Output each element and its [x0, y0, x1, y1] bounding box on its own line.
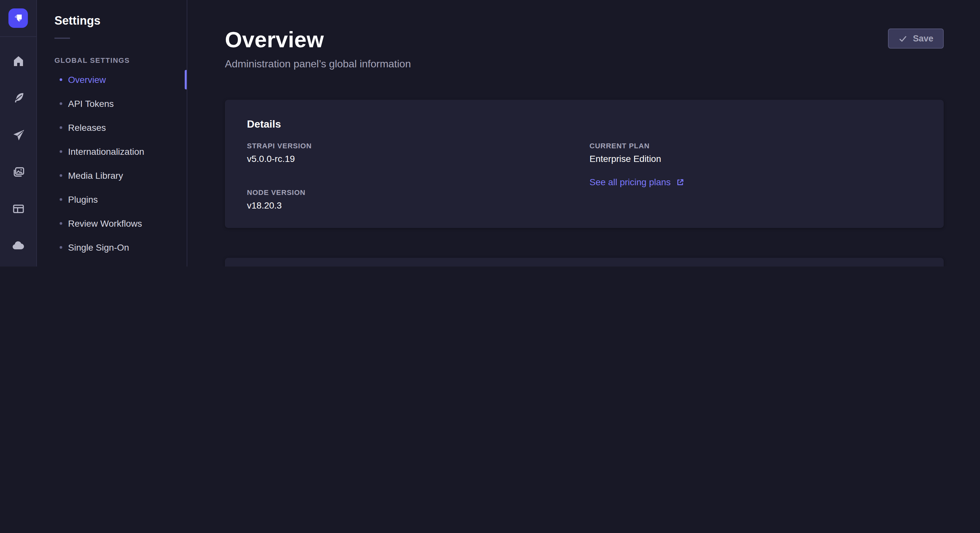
settings-subnav: Settings GLOBAL SETTINGSOverviewAPI Toke…	[37, 0, 187, 266]
subnav-title: Settings	[37, 14, 187, 28]
check-icon	[899, 34, 908, 43]
strapi-brand-button[interactable]	[8, 8, 28, 28]
settings-section-label: GLOBAL SETTINGS	[54, 56, 187, 64]
settings-nav-item-label: Overview	[68, 74, 106, 84]
settings-nav-sections: GLOBAL SETTINGSOverviewAPI TokensRelease…	[37, 56, 187, 266]
current-plan-value: Enterprise Edition	[590, 154, 922, 164]
settings-nav-item-label: Transfer Tokens	[68, 266, 132, 266]
strapi-version-label: STRAPI VERSION	[247, 142, 579, 150]
paper-plane-icon[interactable]	[6, 123, 30, 146]
bullet-icon	[60, 126, 62, 128]
settings-nav-item-label: Releases	[68, 122, 106, 132]
details-card: Details STRAPI VERSION v5.0.0-rc.19 NODE…	[225, 100, 944, 228]
subnav-divider	[54, 38, 70, 39]
strapi-logo-icon	[12, 12, 25, 25]
settings-nav-item[interactable]: Transfer Tokens	[37, 259, 187, 266]
settings-nav-item-label: Plugins	[68, 194, 98, 204]
home-icon[interactable]	[6, 49, 30, 73]
bullet-icon	[60, 246, 62, 248]
pictures-icon[interactable]	[6, 160, 30, 183]
rail-icons	[0, 37, 36, 266]
layout-icon[interactable]	[6, 197, 30, 220]
rail-header	[0, 0, 36, 37]
bullet-icon	[60, 78, 62, 81]
bullet-icon	[60, 150, 62, 152]
page-subtitle: Administration panel’s global informatio…	[225, 58, 944, 70]
settings-nav-item-label: API Tokens	[68, 98, 114, 108]
settings-nav-item[interactable]: Releases	[37, 115, 187, 139]
settings-nav-item[interactable]: Media Library	[37, 163, 187, 187]
pricing-plans-link[interactable]: See all pricing plans	[590, 177, 684, 187]
settings-nav-item[interactable]: Overview	[37, 67, 187, 91]
strapi-version-value: v5.0.0-rc.19	[247, 154, 579, 164]
app-window: KD Settings GLOBAL SETTINGSOverviewAPI T…	[0, 0, 980, 266]
details-grid: STRAPI VERSION v5.0.0-rc.19 NODE VERSION…	[247, 142, 922, 211]
settings-nav-item[interactable]: Plugins	[37, 187, 187, 211]
main-nav-rail: KD	[0, 0, 37, 266]
strapi-logo-slot	[12, 12, 25, 25]
save-button[interactable]: Save	[888, 29, 944, 49]
settings-nav-item-label: Media Library	[68, 170, 123, 180]
bullet-icon	[60, 198, 62, 200]
current-plan-label: CURRENT PLAN	[590, 142, 922, 150]
page-title: Overview	[225, 27, 944, 52]
settings-nav-item-label: Single Sign-On	[68, 242, 129, 252]
cloud-icon[interactable]	[6, 234, 30, 257]
bullet-icon	[60, 222, 62, 224]
settings-nav-item-label: Internationalization	[68, 146, 144, 156]
external-link-icon	[676, 178, 684, 186]
main-content: Overview Administration panel’s global i…	[187, 0, 980, 266]
current-plan-field: CURRENT PLAN Enterprise Edition	[590, 142, 922, 164]
pricing-link-label: See all pricing plans	[590, 177, 671, 187]
save-label: Save	[913, 34, 933, 43]
customization-card: Customization Max dimension: 750×750, Ma…	[225, 258, 944, 266]
details-right-column: CURRENT PLAN Enterprise Edition See all …	[590, 142, 922, 211]
details-card-title: Details	[247, 119, 922, 130]
settings-section-list: OverviewAPI TokensReleasesInternationali…	[37, 67, 187, 266]
node-version-field: NODE VERSION v18.20.3	[247, 189, 579, 211]
node-version-label: NODE VERSION	[247, 189, 579, 196]
feather-icon[interactable]	[6, 86, 30, 109]
settings-nav-item[interactable]: Internationalization	[37, 139, 187, 163]
strapi-version-field: STRAPI VERSION v5.0.0-rc.19	[247, 142, 579, 164]
details-left-column: STRAPI VERSION v5.0.0-rc.19 NODE VERSION…	[247, 142, 579, 211]
settings-nav-item[interactable]: Review Workflows	[37, 211, 187, 235]
settings-nav-item[interactable]: Single Sign-On	[37, 235, 187, 259]
node-version-value: v18.20.3	[247, 200, 579, 211]
page-header: Overview Administration panel’s global i…	[225, 27, 944, 70]
bullet-icon	[60, 102, 62, 105]
bullet-icon	[60, 174, 62, 176]
settings-nav-item[interactable]: API Tokens	[37, 91, 187, 115]
settings-nav-item-label: Review Workflows	[68, 218, 142, 228]
